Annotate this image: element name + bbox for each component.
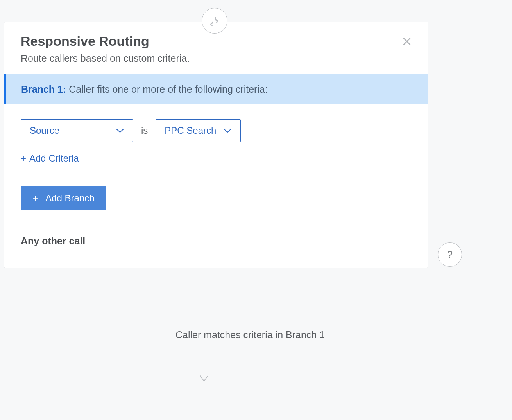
card-title: Responsive Routing [21,34,412,49]
plus-icon: + [21,153,26,164]
fallback-label: Any other call [4,214,428,268]
criteria-row: Source is PPC Search [4,104,428,148]
branch-label-prefix: Branch 1: [21,84,66,95]
branch-header[interactable]: Branch 1: Caller fits one or more of the… [4,74,428,104]
connector-line [428,255,438,255]
close-button[interactable] [401,36,412,47]
connector-line [474,242,474,314]
criteria-value-dropdown[interactable]: PPC Search [156,119,241,142]
connector-line [428,97,474,242]
criteria-field-dropdown[interactable]: Source [21,119,133,142]
chevron-down-icon [223,128,232,133]
add-branch-wrap: + Add Branch [4,176,428,214]
card-subtitle: Route callers based on custom criteria. [21,53,412,64]
arrow-down-icon [199,375,209,384]
help-button[interactable]: ? [438,242,462,267]
chevron-down-icon [116,128,124,133]
add-criteria-label: Add Criteria [29,153,79,164]
criteria-operator: is [141,125,148,136]
add-criteria-button[interactable]: + Add Criteria [21,153,79,164]
connector-line [204,314,204,379]
flow-branch1-label: Caller matches criteria in Branch 1 [141,329,360,341]
plus-icon: + [32,192,38,204]
close-icon [403,37,411,46]
help-icon: ? [447,249,453,261]
add-branch-label: Add Branch [45,193,94,204]
add-branch-button[interactable]: + Add Branch [21,186,106,210]
add-criteria-wrap: + Add Criteria [4,148,428,176]
routing-icon [202,8,227,34]
criteria-value-value: PPC Search [165,125,216,136]
branch-label-text: Caller fits one or more of the following… [69,84,268,95]
routing-card: Responsive Routing Route callers based o… [4,22,428,268]
connector-line [204,314,474,314]
criteria-field-value: Source [30,125,59,136]
